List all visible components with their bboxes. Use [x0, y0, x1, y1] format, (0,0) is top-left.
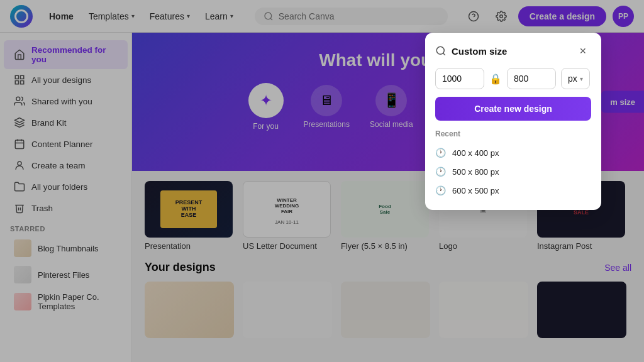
- size-inputs-row: 🔒 px ▾: [435, 68, 591, 89]
- lock-icon: 🔒: [489, 73, 502, 85]
- recent-item-label: 600 x 500 px: [452, 186, 499, 195]
- svg-point-15: [436, 47, 444, 54]
- modal-header: Custom size ✕: [435, 43, 591, 59]
- recent-label: Recent: [435, 129, 591, 138]
- recent-item-1[interactable]: 🕐 400 x 400 px: [435, 143, 591, 162]
- custom-size-modal: Custom size ✕ 🔒 px ▾ Create new design R…: [425, 33, 601, 210]
- recent-item-3[interactable]: 🕐 600 x 500 px: [435, 181, 591, 200]
- search-modal-icon: [435, 45, 447, 57]
- recent-item-label: 500 x 800 px: [452, 167, 499, 177]
- unit-label: px: [568, 74, 577, 84]
- modal-close-button[interactable]: ✕: [575, 43, 591, 59]
- create-new-design-button[interactable]: Create new design: [435, 97, 591, 121]
- modal-title: Custom size: [452, 46, 507, 57]
- unit-chevron-icon: ▾: [580, 75, 583, 82]
- clock-icon-1: 🕐: [435, 148, 446, 158]
- unit-select[interactable]: px ▾: [561, 68, 590, 89]
- svg-line-16: [443, 53, 445, 55]
- width-input[interactable]: [435, 68, 484, 89]
- recent-item-label: 400 x 400 px: [452, 148, 499, 158]
- recent-item-2[interactable]: 🕐 500 x 800 px: [435, 162, 591, 181]
- clock-icon-3: 🕐: [435, 185, 446, 195]
- height-input[interactable]: [507, 68, 556, 89]
- clock-icon-2: 🕐: [435, 167, 446, 177]
- modal-title-row: Custom size: [435, 45, 507, 57]
